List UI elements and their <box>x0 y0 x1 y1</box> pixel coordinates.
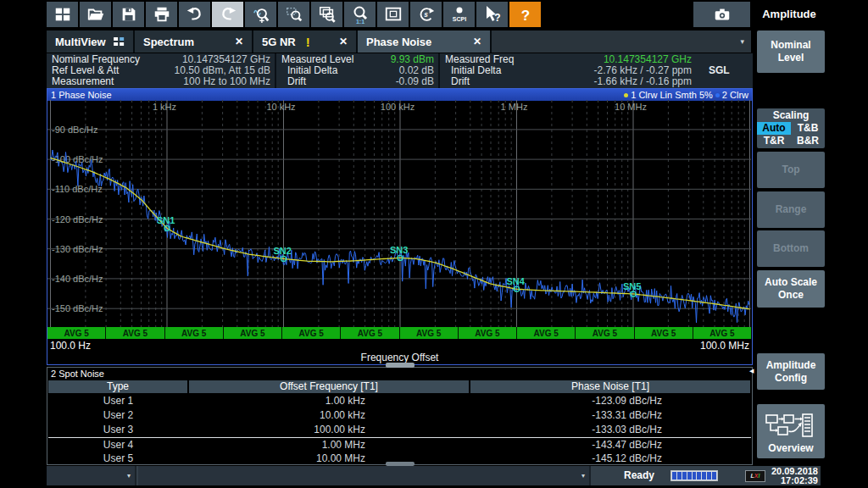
window-title: 1 Phase Noise <box>47 89 112 101</box>
tab-5g-nr[interactable]: 5G NR ! ✕ <box>253 30 358 53</box>
save-button[interactable] <box>113 2 144 27</box>
window-title-bar: 1 Phase Noise 1 Clrw Lin Smth 5% 2 Clrw <box>47 89 752 101</box>
redo-button[interactable] <box>212 2 243 27</box>
spot-noise-cell: 1.00 kHz <box>190 394 365 408</box>
info-tag <box>692 76 749 87</box>
info-col-nominal: Nominal Frequency10.147354127 GHz Ref Le… <box>47 53 274 88</box>
svg-text:SCPI: SCPI <box>452 16 465 22</box>
trace2-label[interactable]: 2 Clrw <box>722 89 748 101</box>
tab-spectrum[interactable]: Spectrum ✕ <box>135 30 253 53</box>
avg-segment: AVG 5 <box>47 327 105 339</box>
column-header-type[interactable]: Type <box>48 380 187 393</box>
redo-icon <box>218 5 238 24</box>
avg-segment: AVG 5 <box>576 327 633 339</box>
scaling-option-tr[interactable]: T&R <box>757 135 791 147</box>
spot-noise-cell: -143.47 dBc/Hz <box>471 438 662 452</box>
column-header-phase-noise[interactable]: Phase Noise [T1] <box>470 380 750 393</box>
x-axis-title: Frequency Offset <box>47 352 752 363</box>
sgl-badge: SGL <box>692 65 749 76</box>
bottom-button[interactable]: Bottom <box>757 230 825 267</box>
scpi-recorder-button[interactable]: SCPI <box>443 2 475 27</box>
spot-noise-cell: User 3 <box>48 423 188 437</box>
instrument-screen: 1:1 s SCPI ? ? Amplitude MultiView Spect… <box>0 0 868 488</box>
marker-label-SN5: SN5 <box>623 281 641 291</box>
column-header-offset-frequency[interactable]: Offset Frequency [T1] <box>189 380 469 393</box>
single-sweep-button[interactable]: s <box>410 2 442 27</box>
windows-icon <box>53 5 73 24</box>
x-start-label: 100.0 Hz <box>50 340 91 352</box>
zoom-1to1-button[interactable]: 1:1 <box>344 2 376 27</box>
tab-label: Spectrum <box>143 36 194 48</box>
overview-button[interactable]: Overview <box>757 404 825 458</box>
spot-noise-cell: -145.12 dBc/Hz <box>471 452 662 466</box>
x-stop-label: 100.0 MHz <box>700 340 749 352</box>
svg-text:1 kHz: 1 kHz <box>153 102 176 112</box>
screenshot-button[interactable] <box>693 2 750 27</box>
marker-label-SN4: SN4 <box>507 276 526 286</box>
phase-noise-plot[interactable]: 1 kHz10 kHz100 kHz1 MHz10 MHz-90 dBc/Hz-… <box>47 100 751 327</box>
marker-label-SN3: SN3 <box>390 245 408 255</box>
status-dropdown-message[interactable]: ▾ <box>138 466 591 485</box>
nominal-level-button[interactable]: Nominal Level <box>757 30 825 73</box>
avg-segment: AVG 5 <box>459 327 516 339</box>
tab-phase-noise[interactable]: Phase Noise ✕ <box>358 30 492 53</box>
help-icon: ? <box>515 4 536 25</box>
print-button[interactable] <box>146 2 177 27</box>
average-progress-bar: AVG 5AVG 5AVG 5AVG 5AVG 5AVG 5AVG 5AVG 5… <box>47 327 751 339</box>
fit-screen-button[interactable] <box>377 2 409 27</box>
scaling-header: Scaling <box>757 108 825 122</box>
info-col-measured-freq: Measured Freq10.147354127 GHz Initial De… <box>440 53 753 88</box>
status-bar: ▾ ▾ Ready LXI 20.09.2018 17:02:39 <box>47 466 821 485</box>
tab-label: 5G NR <box>262 36 296 48</box>
svg-text:10 MHz: 10 MHz <box>615 102 647 112</box>
svg-text:1:1: 1:1 <box>355 19 364 25</box>
fit-screen-icon <box>383 5 403 24</box>
spot-noise-row[interactable]: User 41.00 MHz-143.47 dBc/Hz <box>48 437 751 452</box>
spot-noise-cell: 1.00 MHz <box>190 438 365 452</box>
spot-noise-cell: -133.03 dBc/Hz <box>471 423 662 437</box>
undo-button[interactable] <box>179 2 210 27</box>
close-icon[interactable]: ✕ <box>331 36 348 47</box>
zoom-selection-button[interactable] <box>278 2 309 27</box>
avg-segment: AVG 5 <box>165 327 223 339</box>
context-help-button[interactable]: ? <box>476 2 508 27</box>
scaling-option-br[interactable]: B&R <box>791 135 825 147</box>
status-dropdown-left[interactable]: ▾ <box>47 466 136 485</box>
help-button[interactable]: ? <box>509 2 541 27</box>
close-icon[interactable]: ✕ <box>465 36 481 47</box>
tab-list-dropdown-icon[interactable]: ▾ <box>740 37 744 46</box>
close-icon[interactable]: ✕ <box>226 36 243 47</box>
info-col-measured-level: Measured Level9.93 dBm Initial Delta0.02… <box>276 53 437 88</box>
open-file-button[interactable] <box>80 2 111 27</box>
multiview-grid-icon <box>113 36 125 47</box>
zoom-selection-icon <box>284 5 304 24</box>
print-icon <box>152 5 172 24</box>
spot-noise-cell: 100.00 kHz <box>190 423 365 437</box>
auto-scale-once-button[interactable]: Auto Scale Once <box>757 270 825 308</box>
spot-noise-row[interactable]: User 3100.00 kHz-133.03 dBc/Hz <box>48 423 751 437</box>
avg-segment: AVG 5 <box>341 327 398 339</box>
save-icon <box>119 5 139 24</box>
multiple-zoom-button[interactable] <box>311 2 342 27</box>
zoom-signal-button[interactable] <box>245 2 276 27</box>
amplitude-config-button[interactable]: Amplitude Config <box>757 353 825 390</box>
tab-multiview[interactable]: MultiView <box>47 30 135 53</box>
range-button[interactable]: Range <box>757 191 825 228</box>
spot-noise-cell: 10.00 MHz <box>190 452 365 466</box>
svg-text:s: s <box>424 11 428 19</box>
scaling-option-auto[interactable]: Auto <box>757 122 791 135</box>
scpi-recorder-icon: SCPI <box>449 4 470 25</box>
splitter-handle[interactable] <box>386 363 415 368</box>
windows-button[interactable] <box>47 2 78 27</box>
spot-noise-cell: User 4 <box>48 438 188 452</box>
single-sweep-icon: s <box>416 5 437 24</box>
trace1-label[interactable]: 1 Clrw Lin Smth 5% <box>631 89 713 101</box>
trace1-dot-icon <box>624 93 628 97</box>
scaling-option-tb[interactable]: T&B <box>791 122 825 135</box>
avg-segment: AVG 5 <box>517 327 575 339</box>
top-button[interactable]: Top <box>757 152 825 188</box>
lxi-badge: LXI <box>745 470 765 482</box>
info-value: -0.09 dB <box>396 76 434 87</box>
spot-noise-row[interactable]: User 210.00 kHz-133.31 dBc/Hz <box>48 408 751 423</box>
spot-noise-row[interactable]: User 11.00 kHz-123.09 dBc/Hz <box>48 394 751 408</box>
